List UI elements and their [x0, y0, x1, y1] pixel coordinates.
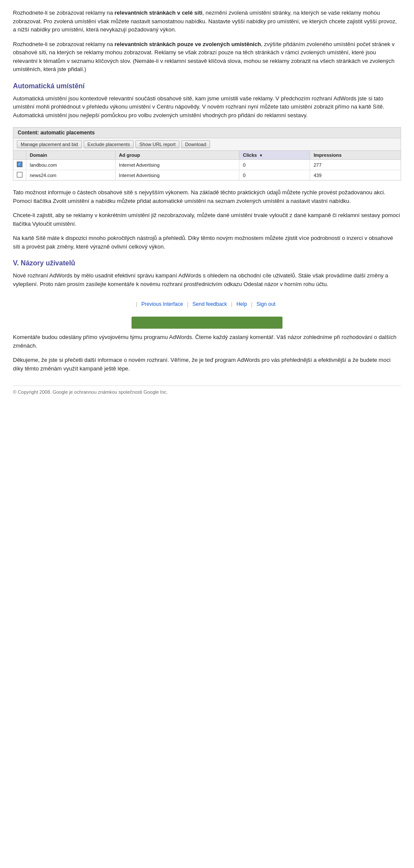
row2-domain: news24.com	[26, 170, 116, 180]
show-url-report-button[interactable]: Show URL report	[135, 140, 179, 148]
exclude-placements-button[interactable]: Exclude placements	[84, 140, 134, 148]
row2-adgroup: Internet Advertising	[115, 170, 239, 180]
sep-2: |	[187, 301, 188, 307]
previous-interface-link[interactable]: Previous Interface	[141, 301, 183, 307]
section-opinions-paragraph: Nové rozhraní AdWords by mělo usadnit ef…	[13, 271, 401, 288]
copyright: © Copyright 2008. Google je ochrannou zn…	[13, 386, 401, 395]
automatic-placements-table: Content: automatic placements Manage pla…	[13, 127, 401, 180]
table-title: Content: automatic placements	[13, 128, 401, 138]
row1-adgroup: Internet Advertising	[115, 160, 239, 170]
data-table: Domain Ad group Clicks ▼ Impressions lan…	[13, 151, 401, 180]
bold-phrase-2: relevantních stránkách pouze ve zvolenýc…	[115, 41, 261, 47]
paragraph-2: Rozhodnete-li se zobrazovat reklamy na r…	[13, 40, 401, 74]
footer-links: | Previous Interface | Send feedback | H…	[13, 294, 401, 312]
col-header-adgroup: Ad group	[115, 151, 239, 160]
closing-paragraph-2: Děkujeme, že jste si přečetli další info…	[13, 356, 401, 373]
row1-checkbox-cell[interactable]	[13, 160, 26, 170]
col-header-domain: Domain	[26, 151, 116, 160]
col-header-impressions: Impressions	[310, 151, 401, 160]
row2-checkbox-cell[interactable]	[13, 170, 26, 180]
section-auto-heading: Automatická umístění	[13, 82, 401, 90]
checkbox-checked-icon[interactable]	[17, 162, 22, 167]
manage-placement-bid-button[interactable]: Manage placement and bid	[17, 140, 82, 148]
closing-paragraph-1: Komentáře budou odeslány přímo vývojovém…	[13, 333, 401, 350]
sep-3: |	[231, 301, 232, 307]
paragraph-1: Rozhodnete-li se zobrazovat reklamy na r…	[13, 9, 401, 34]
section-auto-p3: Chcete-li zajistit, aby se reklamy v kon…	[13, 211, 401, 228]
row2-impressions: 439	[310, 170, 401, 180]
sep-4: |	[251, 301, 252, 307]
download-button[interactable]: Download	[181, 140, 210, 148]
col-header-checkbox	[13, 151, 26, 160]
help-link[interactable]: Help	[236, 301, 247, 307]
row1-clicks: 0	[239, 160, 310, 170]
send-feedback-link[interactable]: Send feedback	[192, 301, 227, 307]
feedback-bar	[132, 317, 282, 329]
section-opinions-heading: V. Názory uživatelů	[13, 259, 401, 267]
table-toolbar: Manage placement and bid Exclude placeme…	[13, 138, 401, 151]
row2-clicks: 0	[239, 170, 310, 180]
sign-out-link[interactable]: Sign out	[257, 301, 276, 307]
row1-domain: landbou.com	[26, 160, 116, 170]
sep-1: |	[136, 301, 137, 307]
section-auto-p1: Automatická umístění jsou kontextově rel…	[13, 94, 401, 120]
table-row: landbou.com Internet Advertising 0 277	[13, 160, 401, 170]
sort-arrow-icon: ▼	[259, 153, 263, 158]
col-header-clicks: Clicks ▼	[239, 151, 310, 160]
row1-impressions: 277	[310, 160, 401, 170]
section-auto-p2: Tato možnost informuje o částech obsahov…	[13, 188, 401, 205]
bold-phrase-1: relevantních stránkách v celé síti	[115, 9, 203, 16]
checkbox-unchecked-icon[interactable]	[17, 172, 22, 177]
section-auto-p4: Na kartě Sítě máte k dispozici mnoho pok…	[13, 234, 401, 251]
table-row: news24.com Internet Advertising 0 439	[13, 170, 401, 180]
